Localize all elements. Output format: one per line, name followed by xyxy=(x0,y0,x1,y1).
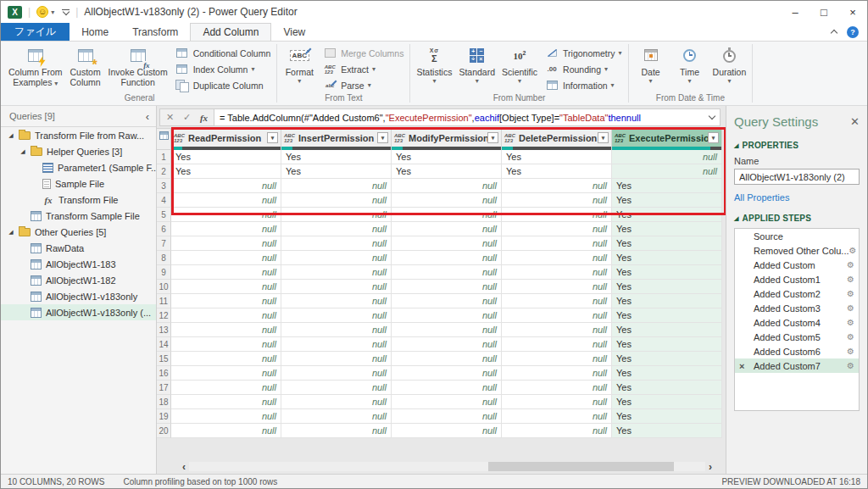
cell[interactable]: Yes xyxy=(612,323,722,337)
row-number[interactable]: 15 xyxy=(157,352,171,366)
cell[interactable]: null xyxy=(281,424,392,438)
cell[interactable]: null xyxy=(392,236,502,251)
cell[interactable]: Yes xyxy=(612,193,722,208)
cell[interactable]: Yes xyxy=(612,352,722,366)
query-item-allobjectw1-v183only[interactable]: AllObjectW1-v183only xyxy=(1,288,156,304)
cell[interactable]: null xyxy=(502,308,612,323)
cell[interactable]: null xyxy=(171,294,281,308)
query-item-parameter1-sample-f[interactable]: Parameter1 (Sample F... xyxy=(1,159,156,175)
cell[interactable]: Yes xyxy=(612,308,722,323)
cell[interactable]: null xyxy=(502,265,612,280)
cell[interactable]: null xyxy=(171,352,281,366)
cell[interactable]: null xyxy=(502,395,612,409)
collapse-ribbon-icon[interactable] xyxy=(831,30,837,36)
cell[interactable]: null xyxy=(502,366,612,381)
date-button[interactable]: Date▾ xyxy=(632,43,670,85)
applied-step-added-custom6[interactable]: Added Custom6⚙ xyxy=(735,344,859,358)
cell[interactable]: null xyxy=(502,193,612,208)
cell[interactable]: Yes xyxy=(171,150,281,164)
expand-icon[interactable]: ◢ xyxy=(19,148,26,155)
tab-view[interactable]: View xyxy=(271,23,317,41)
cell[interactable]: null xyxy=(502,236,612,251)
cell[interactable]: null xyxy=(281,236,392,251)
filter-dropdown-button[interactable]: ▾ xyxy=(598,132,609,143)
time-button[interactable]: Time▾ xyxy=(670,43,709,85)
step-settings-gear-icon[interactable]: ⚙ xyxy=(847,318,854,327)
custom-column-button[interactable]: *CustomColumn xyxy=(66,43,105,87)
cell[interactable]: null xyxy=(392,280,502,294)
cell[interactable]: Yes xyxy=(281,164,392,179)
cell[interactable]: null xyxy=(281,308,392,323)
cell[interactable]: null xyxy=(502,352,612,366)
applied-step-source[interactable]: Source xyxy=(735,229,859,243)
scroll-left-icon[interactable]: ‹ xyxy=(182,462,186,472)
statistics-button[interactable]: ΧσΣStatistics▾ xyxy=(413,43,455,85)
cell[interactable]: null xyxy=(281,352,392,366)
cell[interactable]: null xyxy=(502,424,612,438)
scientific-button[interactable]: 102Scientific▾ xyxy=(498,43,541,85)
tab-add-column[interactable]: Add Column xyxy=(190,23,271,41)
cell[interactable]: null xyxy=(281,323,392,337)
cell[interactable]: null xyxy=(281,294,392,308)
applied-step-added-custom[interactable]: Added Custom⚙ xyxy=(735,258,859,272)
horizontal-scrollbar[interactable]: ‹ › xyxy=(182,461,712,472)
invoke-custom-function-button[interactable]: fxInvoke CustomFunction xyxy=(105,43,171,87)
row-number[interactable]: 11 xyxy=(157,294,171,308)
cell[interactable]: null xyxy=(392,308,502,323)
cell[interactable]: null xyxy=(612,164,722,179)
query-item-allobjectw1-182[interactable]: AllObjectW1-182 xyxy=(1,272,156,288)
query-name-input[interactable] xyxy=(734,169,860,185)
column-header-modifypermission[interactable]: ABC123 ModifyPermission ▾ xyxy=(392,128,502,150)
tab-home[interactable]: Home xyxy=(70,23,120,41)
cell[interactable]: null xyxy=(392,193,502,208)
format-button[interactable]: ABCFormat▾ xyxy=(280,43,319,85)
query-item-helper-queries-3[interactable]: ◢Helper Queries [3] xyxy=(1,143,156,159)
cell[interactable]: null xyxy=(171,251,281,265)
filter-dropdown-button[interactable]: ▾ xyxy=(377,132,388,143)
cell[interactable]: null xyxy=(281,208,392,222)
cell[interactable]: null xyxy=(171,381,281,395)
cell[interactable]: null xyxy=(171,179,281,193)
cell[interactable]: null xyxy=(171,323,281,337)
extract-button[interactable]: ABC123Extract▾ xyxy=(319,61,407,77)
cell[interactable]: Yes xyxy=(612,280,722,294)
query-item-sample-file[interactable]: Sample File xyxy=(1,175,156,192)
scrollbar-track[interactable] xyxy=(189,462,705,471)
query-item-rawdata[interactable]: RawData xyxy=(1,240,156,256)
cell[interactable]: null xyxy=(171,265,281,280)
maximize-button[interactable]: □ xyxy=(810,1,838,23)
cell[interactable]: Yes xyxy=(392,164,502,179)
row-number[interactable]: 17 xyxy=(157,381,171,395)
cell[interactable]: null xyxy=(502,409,612,424)
query-item-allobjectw1-v183only[interactable]: AllObjectW1-v183only (... xyxy=(1,304,156,320)
step-settings-gear-icon[interactable]: ⚙ xyxy=(849,246,857,255)
query-item-other-queries-5[interactable]: ◢Other Queries [5] xyxy=(1,224,156,240)
index-column-button[interactable]: Index Column▾ xyxy=(171,61,275,77)
cell[interactable]: Yes xyxy=(612,381,722,395)
step-settings-gear-icon[interactable]: ⚙ xyxy=(847,361,854,370)
row-number[interactable]: 4 xyxy=(157,193,171,208)
collapse-applied-steps-icon[interactable]: ◢ xyxy=(734,215,739,222)
cell[interactable]: Yes xyxy=(612,424,722,438)
cell[interactable]: Yes xyxy=(612,265,722,280)
profiling-status[interactable]: Column profiling based on top 1000 rows xyxy=(123,477,277,486)
formula-expand-icon[interactable] xyxy=(704,109,720,125)
cell[interactable]: Yes xyxy=(612,395,722,409)
cell[interactable]: null xyxy=(281,280,392,294)
cell[interactable]: null xyxy=(392,424,502,438)
cell[interactable]: null xyxy=(392,251,502,265)
cell[interactable]: null xyxy=(281,337,392,352)
row-number[interactable]: 12 xyxy=(157,308,171,323)
cell[interactable]: null xyxy=(281,222,392,236)
cell[interactable]: Yes xyxy=(612,236,722,251)
all-properties-link[interactable]: All Properties xyxy=(734,192,789,203)
applied-step-added-custom3[interactable]: Added Custom3⚙ xyxy=(735,301,859,315)
cell[interactable]: null xyxy=(171,395,281,409)
cell[interactable]: null xyxy=(281,366,392,381)
cell[interactable]: null xyxy=(502,323,612,337)
cell[interactable]: null xyxy=(281,395,392,409)
scroll-right-icon[interactable]: › xyxy=(709,462,712,472)
cell[interactable]: Yes xyxy=(612,366,722,381)
filter-dropdown-button[interactable]: ▾ xyxy=(708,132,719,143)
cell[interactable]: Yes xyxy=(612,409,722,424)
